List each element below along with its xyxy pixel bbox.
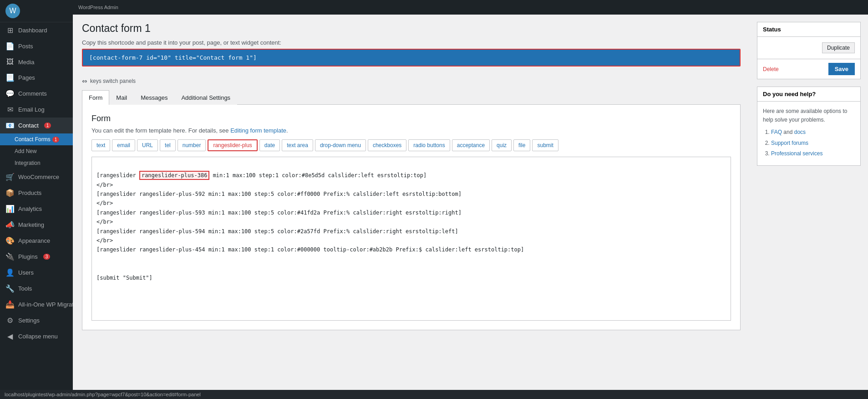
sidebar-item-comments[interactable]: 💬 Comments bbox=[0, 86, 73, 102]
sidebar-item-posts[interactable]: 📄 Posts bbox=[0, 38, 73, 54]
sidebar-item-label: Users bbox=[18, 269, 34, 276]
docs-link[interactable]: docs bbox=[794, 129, 806, 135]
tab-form[interactable]: Form bbox=[82, 90, 109, 105]
sidebar-item-label: Collapse menu bbox=[18, 333, 58, 340]
sidebar-item-users[interactable]: 👤 Users bbox=[0, 265, 73, 281]
sidebar-item-tools[interactable]: 🔧 Tools bbox=[0, 281, 73, 297]
sidebar-item-label: Posts bbox=[18, 43, 33, 50]
tag-btn-date[interactable]: date bbox=[259, 139, 280, 151]
code-editor[interactable]: [rangeslider rangeslider-plus-386 min:1 … bbox=[91, 157, 731, 321]
help-link-item-2: Support forums bbox=[771, 139, 855, 148]
sidebar-item-integration[interactable]: Integration bbox=[0, 157, 73, 169]
sidebar-item-add-new[interactable]: Add New bbox=[0, 145, 73, 157]
sidebar-item-settings[interactable]: ⚙ Settings bbox=[0, 312, 73, 328]
duplicate-button[interactable]: Duplicate bbox=[822, 42, 855, 53]
media-icon: 🖼 bbox=[5, 58, 15, 66]
admin-bar: WordPress Admin bbox=[73, 0, 868, 15]
shortcode-value: [contact-form-7 id="10" title="Contact f… bbox=[89, 54, 257, 61]
sidebar-item-label: Media bbox=[18, 59, 34, 66]
sidebar-item-plugins[interactable]: 🔌 Plugins 3 bbox=[0, 249, 73, 265]
sidebar-item-label: All-in-One WP Migration bbox=[18, 301, 73, 308]
sidebar-item-label: Email Log bbox=[18, 106, 45, 113]
sidebar-item-label: Comments bbox=[18, 90, 47, 97]
sidebar-item-label: Pages bbox=[18, 74, 35, 81]
keys-hint-icon: ⇔ bbox=[82, 77, 87, 85]
tab-additional-settings[interactable]: Additional Settings bbox=[174, 90, 237, 105]
sidebar-item-analytics[interactable]: 📊 Analytics bbox=[0, 201, 73, 217]
analytics-icon: 📊 bbox=[5, 205, 15, 213]
professional-services-link[interactable]: Professional services bbox=[771, 150, 822, 157]
sidebar-item-email-log[interactable]: ✉ Email Log bbox=[0, 102, 73, 118]
sidebar-item-products[interactable]: 📦 Products bbox=[0, 185, 73, 201]
content-wrap: Contact form 1 Copy this shortcode and p… bbox=[73, 15, 868, 399]
tag-btn-text[interactable]: text bbox=[91, 139, 110, 151]
sidebar-item-label: Dashboard bbox=[18, 27, 47, 34]
save-button[interactable]: Save bbox=[828, 63, 855, 75]
sidebar-item-contact[interactable]: 📧 Contact 1 bbox=[0, 118, 73, 133]
wp-logo-icon: W bbox=[5, 4, 20, 18]
tag-btn-number[interactable]: number bbox=[178, 139, 206, 151]
sidebar-item-contact-forms[interactable]: Contact Forms 1 bbox=[0, 133, 73, 145]
pages-icon: 📃 bbox=[5, 73, 15, 82]
admin-bar-text: WordPress Admin bbox=[78, 5, 118, 10]
help-box: Do you need help? Here are some availabl… bbox=[757, 87, 861, 166]
tag-btn-checkboxes[interactable]: checkboxes bbox=[368, 139, 406, 151]
status-bar: localhost/plugintest/wp-admin/admin.php?… bbox=[0, 390, 868, 399]
sidebar-item-marketing[interactable]: 📣 Marketing bbox=[0, 217, 73, 233]
tag-btn-rangeslider-plus[interactable]: rangeslider-plus bbox=[208, 139, 257, 151]
plugins-icon: 🔌 bbox=[5, 252, 15, 261]
integration-label: Integration bbox=[15, 160, 41, 166]
tag-btn-tel[interactable]: tel bbox=[160, 139, 176, 151]
marketing-icon: 📣 bbox=[5, 220, 15, 229]
tag-btn-quiz[interactable]: quiz bbox=[492, 139, 512, 151]
settings-icon: ⚙ bbox=[5, 316, 15, 325]
contact-badge: 1 bbox=[44, 123, 51, 128]
status-bar-url: localhost/plugintest/wp-admin/admin.php?… bbox=[5, 392, 201, 397]
editing-template-link[interactable]: Editing form template bbox=[230, 127, 286, 134]
form-panel-desc: You can edit the form template here. For… bbox=[91, 127, 731, 134]
tag-btn-acceptance[interactable]: acceptance bbox=[452, 139, 490, 151]
sidebar: W ⊞ Dashboard 📄 Posts 🖼 Media 📃 Pages 💬 … bbox=[0, 0, 73, 399]
sidebar-item-pages[interactable]: 📃 Pages bbox=[0, 70, 73, 86]
woocommerce-icon: 🛒 bbox=[5, 173, 15, 181]
contact-icon: 📧 bbox=[5, 121, 15, 130]
sidebar-item-label: WooCommerce bbox=[18, 174, 59, 180]
tag-btn-url[interactable]: URL bbox=[137, 139, 158, 151]
help-link-item-1: FAQ and docs bbox=[771, 128, 855, 137]
keys-hint-text: keys switch panels bbox=[90, 78, 136, 84]
tag-btn-dropdown[interactable]: drop-down menu bbox=[315, 139, 366, 151]
contact-forms-label: Contact Forms bbox=[15, 136, 51, 143]
tab-mail[interactable]: Mail bbox=[109, 90, 134, 105]
main-area: WordPress Admin Contact form 1 Copy this… bbox=[73, 0, 868, 399]
tag-btn-textarea[interactable]: text area bbox=[282, 139, 313, 151]
sidebar-item-media[interactable]: 🖼 Media bbox=[0, 54, 73, 70]
tag-btn-file[interactable]: file bbox=[513, 139, 530, 151]
appearance-icon: 🎨 bbox=[5, 236, 15, 245]
status-box-actions: Delete Save bbox=[757, 59, 860, 79]
tag-btn-email[interactable]: email bbox=[112, 139, 135, 151]
sidebar-item-allinone[interactable]: 📥 All-in-One WP Migration bbox=[0, 297, 73, 312]
sidebar-item-dashboard[interactable]: ⊞ Dashboard bbox=[0, 22, 73, 38]
support-forums-link[interactable]: Support forums bbox=[771, 140, 808, 146]
tag-buttons: text email URL tel number rangeslider-pl… bbox=[91, 139, 731, 151]
form-panel-title: Form bbox=[91, 114, 731, 123]
add-new-label: Add New bbox=[15, 148, 37, 154]
sidebar-logo: W bbox=[0, 0, 73, 22]
delete-button[interactable]: Delete bbox=[763, 64, 779, 74]
tag-btn-radio[interactable]: radio buttons bbox=[408, 139, 450, 151]
faq-link[interactable]: FAQ bbox=[771, 129, 782, 135]
allinone-icon: 📥 bbox=[5, 300, 15, 309]
highlighted-range: rangeslider-plus-386 bbox=[139, 171, 210, 180]
products-icon: 📦 bbox=[5, 189, 15, 197]
help-box-header: Do you need help? bbox=[757, 87, 860, 102]
shortcode-box[interactable]: [contact-form-7 id="10" title="Contact f… bbox=[82, 49, 741, 66]
sidebar-item-woocommerce[interactable]: 🛒 WooCommerce bbox=[0, 169, 73, 185]
sidebar-item-appearance[interactable]: 🎨 Appearance bbox=[0, 233, 73, 249]
sidebar-item-label: Analytics bbox=[18, 205, 42, 212]
sidebar-item-label: Products bbox=[18, 189, 41, 196]
tag-btn-submit[interactable]: submit bbox=[532, 139, 558, 151]
collapse-icon: ◀ bbox=[5, 332, 15, 341]
sidebar-item-collapse[interactable]: ◀ Collapse menu bbox=[0, 328, 73, 344]
tools-icon: 🔧 bbox=[5, 284, 15, 293]
tab-messages[interactable]: Messages bbox=[134, 90, 174, 105]
